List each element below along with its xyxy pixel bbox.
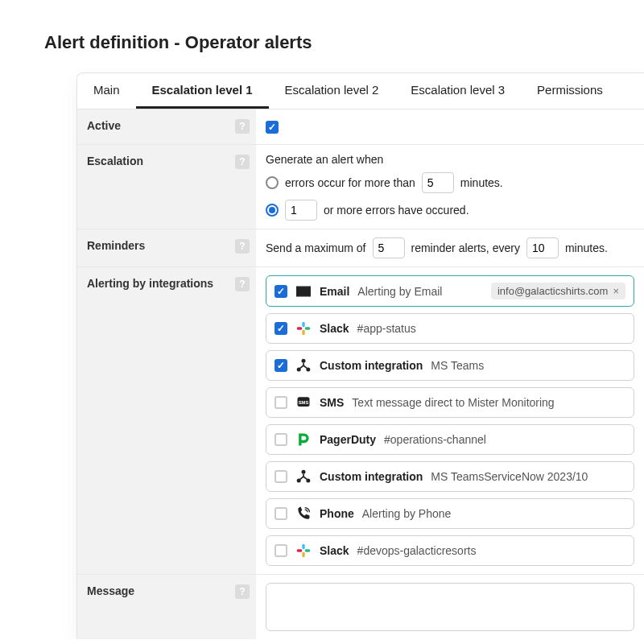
slack-icon — [295, 543, 312, 559]
help-icon[interactable]: ? — [235, 155, 250, 169]
escalation-radio-1[interactable] — [266, 176, 279, 189]
integration-checkbox[interactable] — [275, 507, 287, 520]
row-message-label: Message ? — [77, 575, 256, 639]
integration-item-custom-5[interactable]: Custom integrationMS TeamsServiceNow 202… — [266, 461, 634, 492]
opt2-post: or more errors have occured. — [324, 204, 469, 217]
escalation-option-1: errors occur for more than minutes. — [266, 172, 634, 193]
reminders-mid: reminder alerts, every — [411, 242, 520, 254]
integration-name: Phone — [320, 507, 354, 520]
integration-desc: #app-status — [357, 322, 416, 335]
label-text: Active — [87, 119, 121, 132]
row-escalation-label: Escalation ? — [77, 145, 256, 229]
integration-name: Custom integration — [320, 359, 423, 372]
integration-checkbox[interactable] — [275, 285, 287, 298]
integration-item-custom-2[interactable]: Custom integrationMS Teams — [266, 350, 634, 381]
phone-icon — [295, 506, 312, 522]
chip-remove-icon[interactable]: × — [613, 285, 619, 297]
escalation-radio-2[interactable] — [266, 204, 279, 217]
row-integrations-label: Alerting by integrations ? — [77, 267, 256, 574]
tab-permissions[interactable]: Permissions — [521, 73, 619, 109]
reminders-interval-input[interactable] — [526, 237, 559, 258]
label-text: Reminders — [87, 239, 145, 252]
slack-icon — [295, 320, 312, 336]
integration-desc: Text message direct to Mister Monitoring — [352, 396, 554, 409]
integration-checkbox[interactable] — [275, 433, 287, 446]
integration-name: PagerDuty — [320, 433, 376, 446]
pagerduty-icon — [295, 431, 312, 448]
custom-icon — [295, 357, 312, 374]
row-message: Message ? — [77, 575, 644, 639]
opt1-minutes-input[interactable] — [422, 172, 454, 193]
integration-item-slack-1[interactable]: Slack#app-status — [266, 313, 634, 344]
message-textarea[interactable] — [266, 583, 634, 631]
opt2-count-input[interactable] — [285, 200, 317, 221]
integration-name: SMS — [320, 396, 344, 409]
integration-checkbox[interactable] — [275, 396, 287, 409]
tab-escalation-level-2[interactable]: Escalation level 2 — [269, 73, 395, 109]
custom-icon — [295, 469, 312, 485]
reminders-pre: Send a maximum of — [266, 242, 366, 254]
integration-desc: #operations-channel — [384, 433, 486, 446]
integration-checkbox[interactable] — [275, 470, 287, 483]
integration-desc: MS Teams — [431, 359, 484, 372]
integration-checkbox[interactable] — [275, 359, 287, 372]
page-title: Alert definition - Operator alerts — [44, 32, 644, 53]
integration-desc: Alerting by Email — [357, 285, 442, 298]
integration-item-sms-3[interactable]: SMSText message direct to Mister Monitor… — [266, 387, 634, 418]
row-reminders: Reminders ? Send a maximum of reminder a… — [77, 229, 644, 267]
row-active: Active ? — [77, 109, 644, 145]
reminders-count-input[interactable] — [373, 237, 405, 258]
integration-name: Email — [320, 285, 349, 298]
row-escalation: Escalation ? Generate an alert when erro… — [77, 145, 644, 229]
help-icon[interactable]: ? — [235, 277, 250, 291]
help-icon[interactable]: ? — [235, 239, 250, 254]
opt1-post: minutes. — [460, 176, 503, 189]
row-integrations: Alerting by integrations ? EmailAlerting… — [77, 267, 644, 575]
integration-item-email-0[interactable]: EmailAlerting by Emailinfo@galacticshirt… — [266, 275, 634, 307]
integration-item-pagerduty-4[interactable]: PagerDuty#operations-channel — [266, 424, 634, 455]
integration-checkbox[interactable] — [275, 544, 287, 557]
reminders-line: Send a maximum of reminder alerts, every… — [266, 237, 634, 258]
tab-escalation-level-3[interactable]: Escalation level 3 — [394, 73, 521, 109]
tab-bar: MainEscalation level 1Escalation level 2… — [77, 73, 644, 109]
help-icon[interactable]: ? — [235, 584, 250, 599]
integration-name: Custom integration — [320, 470, 423, 483]
integration-desc: #devops-galacticresorts — [357, 544, 477, 557]
escalation-option-2: or more errors have occured. — [266, 200, 634, 221]
integration-name: Slack — [320, 544, 349, 557]
integration-item-slack-7[interactable]: Slack#devops-galacticresorts — [266, 535, 634, 566]
recipient-chip: info@galacticshirts.com× — [491, 283, 625, 299]
label-text: Message — [87, 584, 134, 597]
reminders-post: minutes. — [565, 242, 608, 254]
row-active-label: Active ? — [77, 109, 256, 144]
integration-desc: MS TeamsServiceNow 2023/10 — [431, 470, 588, 483]
integration-checkbox[interactable] — [275, 322, 287, 335]
integration-item-phone-6[interactable]: PhoneAlerting by Phone — [266, 498, 634, 529]
active-checkbox[interactable] — [266, 121, 279, 134]
tab-escalation-level-1[interactable]: Escalation level 1 — [136, 73, 269, 109]
label-text: Alerting by integrations — [87, 277, 213, 290]
email-icon — [295, 283, 312, 299]
escalation-intro: Generate an alert when — [266, 153, 634, 166]
sms-icon — [295, 394, 312, 411]
tab-main[interactable]: Main — [77, 73, 136, 109]
opt1-pre: errors occur for more than — [285, 176, 415, 189]
settings-panel: MainEscalation level 1Escalation level 2… — [76, 72, 644, 639]
label-text: Escalation — [87, 155, 143, 167]
row-reminders-label: Reminders ? — [77, 229, 256, 266]
chip-text: info@galacticshirts.com — [497, 285, 608, 297]
integration-name: Slack — [320, 322, 349, 335]
help-icon[interactable]: ? — [235, 119, 250, 134]
integration-desc: Alerting by Phone — [362, 507, 452, 520]
